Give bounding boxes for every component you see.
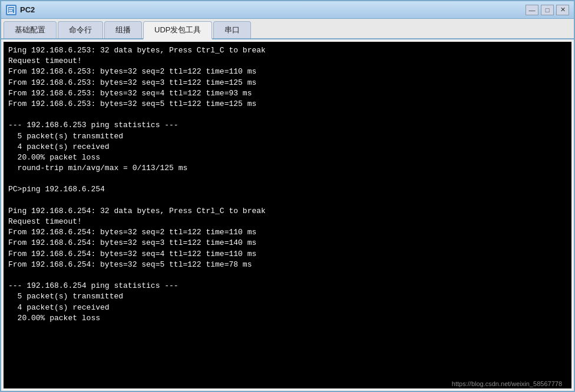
tab-bar: 基础配置 命令行 组播 UDP发包工具 串口 <box>1 19 574 39</box>
terminal-output[interactable]: Ping 192.168.6.253: 32 data bytes, Press… <box>4 42 571 388</box>
svg-rect-1 <box>9 8 14 9</box>
title-bar: PC2 — □ ✕ <box>1 1 574 19</box>
maximize-button[interactable]: □ <box>541 5 554 15</box>
content-area: Ping 192.168.6.253: 32 data bytes, Press… <box>1 39 574 391</box>
tab-udp[interactable]: UDP发包工具 <box>143 21 212 39</box>
window-icon <box>6 5 16 15</box>
window-controls: — □ ✕ <box>526 5 569 15</box>
window-title: PC2 <box>20 5 526 14</box>
watermark: https://blog.csdn.net/weixin_58567778 <box>452 380 562 387</box>
tab-group[interactable]: 组播 <box>104 21 142 38</box>
tab-basic[interactable]: 基础配置 <box>4 21 57 38</box>
main-window: PC2 — □ ✕ 基础配置 命令行 组播 UDP发包工具 串口 Ping 19… <box>0 0 575 392</box>
minimize-button[interactable]: — <box>526 5 538 15</box>
svg-rect-2 <box>9 10 12 11</box>
svg-rect-3 <box>9 12 13 13</box>
tab-cmd[interactable]: 命令行 <box>58 21 103 38</box>
close-button[interactable]: ✕ <box>556 5 569 15</box>
tab-serial[interactable]: 串口 <box>213 21 251 38</box>
